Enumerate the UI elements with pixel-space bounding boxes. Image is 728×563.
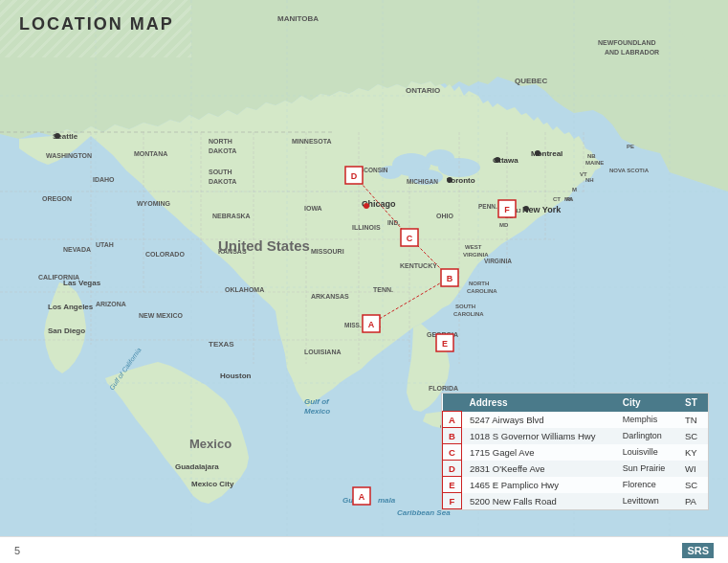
- svg-text:MICHIGAN: MICHIGAN: [407, 178, 438, 185]
- svg-point-134: [447, 177, 452, 183]
- svg-text:VIRGINIA: VIRGINIA: [484, 258, 512, 264]
- table-row: B1018 S Governor Williams HwyDarlingtonS…: [443, 428, 708, 444]
- svg-text:ARIZONA: ARIZONA: [96, 301, 126, 307]
- svg-text:TEXAS: TEXAS: [209, 340, 234, 349]
- svg-text:NEVADA: NEVADA: [63, 246, 91, 253]
- row-marker: E: [443, 477, 462, 493]
- svg-text:AND LABRADOR: AND LABRADOR: [605, 49, 659, 56]
- svg-text:Las Vegas: Las Vegas: [63, 279, 101, 287]
- svg-text:ARKANSAS: ARKANSAS: [311, 293, 349, 300]
- table-row: F5200 New Falls RoadLevittownPA: [443, 493, 708, 509]
- svg-text:NORTH: NORTH: [469, 281, 489, 286]
- svg-text:DAKOTA: DAKOTA: [209, 147, 236, 154]
- svg-text:MANITOBA: MANITOBA: [277, 14, 319, 23]
- svg-text:ONTARIO: ONTARIO: [406, 86, 440, 95]
- svg-text:MISSOURI: MISSOURI: [311, 248, 344, 255]
- svg-text:CAROLINA: CAROLINA: [467, 288, 497, 294]
- svg-text:CAROLINA: CAROLINA: [453, 311, 484, 317]
- svg-text:C: C: [407, 234, 413, 243]
- col-header-state: ST: [677, 394, 708, 412]
- row-marker: A: [443, 412, 462, 428]
- svg-point-137: [523, 206, 529, 212]
- svg-text:TENN.: TENN.: [373, 286, 393, 293]
- col-header-address: Address: [462, 394, 615, 412]
- svg-text:WASHINGTON: WASHINGTON: [46, 152, 92, 159]
- svg-text:NH: NH: [585, 177, 594, 183]
- row-address: 5200 New Falls Road: [462, 493, 615, 509]
- svg-text:OHIO: OHIO: [436, 213, 453, 219]
- table-row: A5247 Airways BlvdMemphisTN: [443, 412, 708, 428]
- svg-text:MINNESOTA: MINNESOTA: [292, 138, 331, 145]
- row-address: 1465 E Pamplico Hwy: [462, 477, 615, 493]
- svg-text:Los Angeles: Los Angeles: [48, 303, 94, 311]
- row-city: Darlington: [615, 428, 677, 444]
- svg-text:Gu: Gu: [342, 496, 353, 505]
- svg-text:NEWFOUNDLAND: NEWFOUNDLAND: [598, 39, 656, 46]
- row-state: WI: [677, 461, 708, 477]
- svg-text:QUEBEC: QUEBEC: [515, 77, 547, 85]
- col-header-city: City: [615, 394, 677, 412]
- svg-text:NEW MEXICO: NEW MEXICO: [139, 312, 183, 319]
- svg-text:B: B: [447, 274, 453, 283]
- svg-text:COLORADO: COLORADO: [145, 251, 185, 258]
- svg-text:mala: mala: [378, 496, 396, 505]
- svg-text:Mexico City: Mexico City: [191, 480, 234, 488]
- svg-text:MD: MD: [499, 222, 509, 228]
- table-row: D2831 O'Keeffe AveSun PrairieWI: [443, 461, 708, 477]
- svg-text:IOWA: IOWA: [304, 205, 322, 212]
- col-header-marker: [443, 394, 462, 412]
- page-container: WASHINGTON Seattle OREGON CALIFORNIA NEV…: [0, 0, 728, 563]
- row-address: 2831 O'Keeffe Ave: [462, 461, 615, 477]
- svg-text:MISS.: MISS.: [344, 322, 362, 328]
- row-state: TN: [677, 412, 708, 428]
- svg-text:E: E: [442, 339, 448, 349]
- svg-text:WYOMING: WYOMING: [137, 200, 171, 207]
- svg-text:ILLINOIS: ILLINOIS: [352, 224, 381, 231]
- svg-text:Gulf of: Gulf of: [304, 397, 330, 406]
- row-city: Sun Prairie: [615, 461, 677, 477]
- row-city: Florence: [615, 477, 677, 493]
- svg-text:DAKOTA: DAKOTA: [209, 178, 236, 185]
- svg-text:NORTH: NORTH: [209, 138, 232, 145]
- logo-text: SRS: [682, 543, 714, 558]
- row-marker: B: [443, 428, 462, 444]
- svg-text:LOUISIANA: LOUISIANA: [304, 349, 342, 355]
- svg-text:WEST: WEST: [465, 244, 482, 250]
- svg-text:MA: MA: [564, 196, 574, 202]
- svg-point-138: [55, 133, 60, 139]
- svg-text:Houston: Houston: [220, 372, 252, 380]
- row-city: Levittown: [615, 493, 677, 509]
- row-state: KY: [677, 444, 708, 461]
- row-address: 1018 S Governor Williams Hwy: [462, 428, 615, 444]
- svg-text:United States: United States: [218, 237, 310, 254]
- row-marker: F: [443, 493, 462, 509]
- svg-text:San Diego: San Diego: [48, 327, 85, 335]
- svg-text:CT: CT: [553, 196, 561, 202]
- svg-text:FLORIDA: FLORIDA: [429, 385, 458, 392]
- svg-text:SOUTH: SOUTH: [455, 304, 475, 309]
- svg-point-135: [495, 157, 500, 163]
- svg-text:A: A: [359, 492, 365, 502]
- svg-text:M: M: [572, 187, 577, 192]
- page-number: 5: [14, 545, 20, 556]
- row-state: SC: [677, 428, 708, 444]
- row-city: Louisville: [615, 444, 677, 461]
- svg-text:Mexico: Mexico: [304, 407, 330, 416]
- svg-text:SOUTH: SOUTH: [209, 169, 232, 175]
- row-state: SC: [677, 477, 708, 493]
- svg-text:PE: PE: [627, 144, 634, 149]
- table-row: E1465 E Pamplico HwyFlorenceSC: [443, 477, 708, 493]
- svg-text:Mexico: Mexico: [189, 437, 232, 451]
- svg-text:MAINE: MAINE: [585, 160, 604, 166]
- row-address: 5247 Airways Blvd: [462, 412, 615, 428]
- svg-text:NEBRASKA: NEBRASKA: [212, 213, 251, 219]
- svg-text:MONTANA: MONTANA: [134, 150, 167, 157]
- svg-text:UTAH: UTAH: [96, 241, 114, 248]
- svg-text:IDAHO: IDAHO: [93, 176, 115, 183]
- svg-text:OKLAHOMA: OKLAHOMA: [225, 286, 264, 293]
- svg-text:KENTUCKY: KENTUCKY: [400, 262, 437, 269]
- svg-text:OREGON: OREGON: [42, 195, 72, 202]
- page-title: LOCATION MAP: [19, 14, 174, 34]
- title-bar: LOCATION MAP: [19, 14, 174, 34]
- svg-text:NB: NB: [587, 153, 596, 159]
